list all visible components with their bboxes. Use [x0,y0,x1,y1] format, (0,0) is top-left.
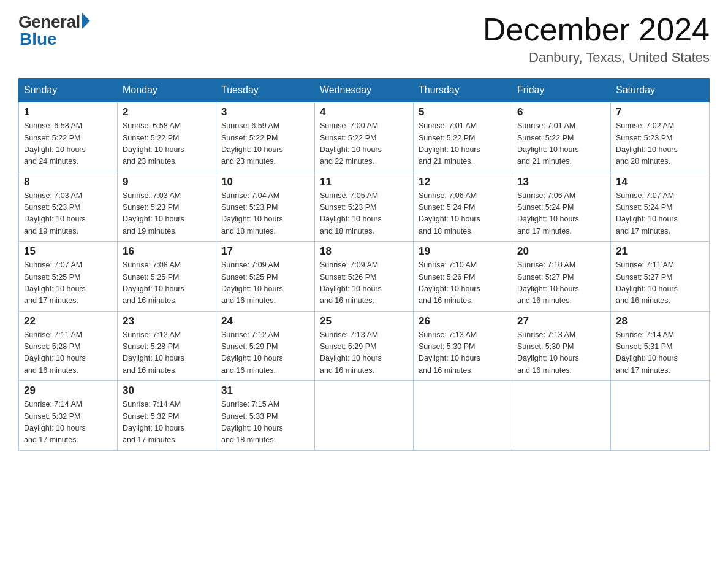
day-info: Sunrise: 7:13 AMSunset: 5:29 PMDaylight:… [320,329,408,377]
day-info: Sunrise: 7:10 AMSunset: 5:26 PMDaylight:… [419,259,507,307]
calendar-cell: 26Sunrise: 7:13 AMSunset: 5:30 PMDayligh… [414,311,512,381]
calendar-week-row: 29Sunrise: 7:14 AMSunset: 5:32 PMDayligh… [19,381,710,451]
day-number: 12 [419,176,507,188]
calendar-cell: 20Sunrise: 7:10 AMSunset: 5:27 PMDayligh… [512,242,611,312]
day-number: 14 [616,176,704,188]
day-info: Sunrise: 7:03 AMSunset: 5:23 PMDaylight:… [123,190,211,238]
calendar-week-row: 15Sunrise: 7:07 AMSunset: 5:25 PMDayligh… [19,242,710,312]
day-info: Sunrise: 6:58 AMSunset: 5:22 PMDaylight:… [123,120,211,168]
calendar-cell: 28Sunrise: 7:14 AMSunset: 5:31 PMDayligh… [611,311,710,381]
calendar-cell: 13Sunrise: 7:06 AMSunset: 5:24 PMDayligh… [512,172,611,242]
day-info: Sunrise: 7:03 AMSunset: 5:23 PMDaylight:… [24,190,112,238]
calendar-cell: 11Sunrise: 7:05 AMSunset: 5:23 PMDayligh… [315,172,414,242]
calendar-header-row: SundayMondayTuesdayWednesdayThursdayFrid… [19,79,710,102]
day-number: 28 [616,315,704,327]
day-info: Sunrise: 7:14 AMSunset: 5:32 PMDaylight:… [24,399,112,446]
calendar-cell [414,381,512,451]
day-info: Sunrise: 7:12 AMSunset: 5:28 PMDaylight:… [123,329,211,377]
logo-blue-text: Blue [20,29,57,49]
calendar-cell: 18Sunrise: 7:09 AMSunset: 5:26 PMDayligh… [315,242,414,312]
day-number: 29 [24,385,112,397]
day-info: Sunrise: 6:59 AMSunset: 5:22 PMDaylight:… [221,120,309,168]
day-info: Sunrise: 7:09 AMSunset: 5:25 PMDaylight:… [221,259,309,307]
day-number: 21 [616,245,704,258]
day-number: 16 [123,245,211,258]
day-info: Sunrise: 7:11 AMSunset: 5:28 PMDaylight:… [24,329,112,377]
calendar-header-monday: Monday [118,79,216,102]
title-block: December 2024 Danbury, Texas, United Sta… [483,12,710,66]
day-info: Sunrise: 7:00 AMSunset: 5:22 PMDaylight:… [320,120,408,168]
day-number: 9 [123,176,211,188]
day-info: Sunrise: 7:04 AMSunset: 5:23 PMDaylight:… [221,190,309,238]
calendar-header-friday: Friday [512,79,611,102]
day-info: Sunrise: 7:02 AMSunset: 5:23 PMDaylight:… [616,120,704,168]
calendar-cell [315,381,414,451]
day-info: Sunrise: 7:10 AMSunset: 5:27 PMDaylight:… [517,259,605,307]
day-number: 22 [24,315,112,327]
calendar-cell: 21Sunrise: 7:11 AMSunset: 5:27 PMDayligh… [611,242,710,312]
calendar-cell: 19Sunrise: 7:10 AMSunset: 5:26 PMDayligh… [414,242,512,312]
day-number: 13 [517,176,605,188]
day-number: 7 [616,106,704,118]
calendar-header-saturday: Saturday [611,79,710,102]
day-info: Sunrise: 7:07 AMSunset: 5:24 PMDaylight:… [616,190,704,238]
logo-arrow-icon [82,12,90,29]
calendar-cell: 10Sunrise: 7:04 AMSunset: 5:23 PMDayligh… [216,172,315,242]
day-number: 10 [221,176,309,188]
month-year-title: December 2024 [483,12,710,47]
calendar-cell: 14Sunrise: 7:07 AMSunset: 5:24 PMDayligh… [611,172,710,242]
calendar-cell: 15Sunrise: 7:07 AMSunset: 5:25 PMDayligh… [19,242,118,312]
day-number: 17 [221,245,309,258]
calendar-cell: 2Sunrise: 6:58 AMSunset: 5:22 PMDaylight… [118,102,216,172]
calendar-cell: 24Sunrise: 7:12 AMSunset: 5:29 PMDayligh… [216,311,315,381]
day-number: 25 [320,315,408,327]
calendar-cell: 4Sunrise: 7:00 AMSunset: 5:22 PMDaylight… [315,102,414,172]
calendar-cell: 27Sunrise: 7:13 AMSunset: 5:30 PMDayligh… [512,311,611,381]
day-info: Sunrise: 7:05 AMSunset: 5:23 PMDaylight:… [320,190,408,238]
calendar-week-row: 1Sunrise: 6:58 AMSunset: 5:22 PMDaylight… [19,102,710,172]
page-header: General Blue December 2024 Danbury, Texa… [18,12,710,66]
day-number: 30 [123,385,211,397]
calendar-week-row: 22Sunrise: 7:11 AMSunset: 5:28 PMDayligh… [19,311,710,381]
day-number: 8 [24,176,112,188]
logo: General Blue [18,12,90,49]
calendar-cell: 22Sunrise: 7:11 AMSunset: 5:28 PMDayligh… [19,311,118,381]
calendar-cell: 16Sunrise: 7:08 AMSunset: 5:25 PMDayligh… [118,242,216,312]
day-number: 19 [419,245,507,258]
calendar-cell: 5Sunrise: 7:01 AMSunset: 5:22 PMDaylight… [414,102,512,172]
calendar-cell: 17Sunrise: 7:09 AMSunset: 5:25 PMDayligh… [216,242,315,312]
calendar-cell: 3Sunrise: 6:59 AMSunset: 5:22 PMDaylight… [216,102,315,172]
day-info: Sunrise: 7:14 AMSunset: 5:31 PMDaylight:… [616,329,704,377]
calendar-cell: 8Sunrise: 7:03 AMSunset: 5:23 PMDaylight… [19,172,118,242]
calendar-cell: 25Sunrise: 7:13 AMSunset: 5:29 PMDayligh… [315,311,414,381]
day-info: Sunrise: 7:07 AMSunset: 5:25 PMDaylight:… [24,259,112,307]
calendar-cell: 29Sunrise: 7:14 AMSunset: 5:32 PMDayligh… [19,381,118,451]
day-info: Sunrise: 7:11 AMSunset: 5:27 PMDaylight:… [616,259,704,307]
day-info: Sunrise: 7:01 AMSunset: 5:22 PMDaylight:… [517,120,605,168]
day-number: 15 [24,245,112,258]
day-number: 27 [517,315,605,327]
day-info: Sunrise: 7:13 AMSunset: 5:30 PMDaylight:… [517,329,605,377]
calendar-header-thursday: Thursday [414,79,512,102]
calendar-table: SundayMondayTuesdayWednesdayThursdayFrid… [18,78,710,451]
calendar-cell: 12Sunrise: 7:06 AMSunset: 5:24 PMDayligh… [414,172,512,242]
day-info: Sunrise: 7:09 AMSunset: 5:26 PMDaylight:… [320,259,408,307]
location-subtitle: Danbury, Texas, United States [483,50,710,66]
day-number: 20 [517,245,605,258]
calendar-cell: 6Sunrise: 7:01 AMSunset: 5:22 PMDaylight… [512,102,611,172]
day-info: Sunrise: 7:14 AMSunset: 5:32 PMDaylight:… [123,399,211,446]
day-number: 6 [517,106,605,118]
calendar-cell: 31Sunrise: 7:15 AMSunset: 5:33 PMDayligh… [216,381,315,451]
day-number: 26 [419,315,507,327]
day-info: Sunrise: 7:06 AMSunset: 5:24 PMDaylight:… [419,190,507,238]
day-info: Sunrise: 7:13 AMSunset: 5:30 PMDaylight:… [419,329,507,377]
calendar-week-row: 8Sunrise: 7:03 AMSunset: 5:23 PMDaylight… [19,172,710,242]
calendar-cell: 30Sunrise: 7:14 AMSunset: 5:32 PMDayligh… [118,381,216,451]
calendar-header-tuesday: Tuesday [216,79,315,102]
day-number: 1 [24,106,112,118]
day-info: Sunrise: 7:06 AMSunset: 5:24 PMDaylight:… [517,190,605,238]
day-info: Sunrise: 7:08 AMSunset: 5:25 PMDaylight:… [123,259,211,307]
calendar-cell: 9Sunrise: 7:03 AMSunset: 5:23 PMDaylight… [118,172,216,242]
calendar-cell: 7Sunrise: 7:02 AMSunset: 5:23 PMDaylight… [611,102,710,172]
calendar-cell: 1Sunrise: 6:58 AMSunset: 5:22 PMDaylight… [19,102,118,172]
